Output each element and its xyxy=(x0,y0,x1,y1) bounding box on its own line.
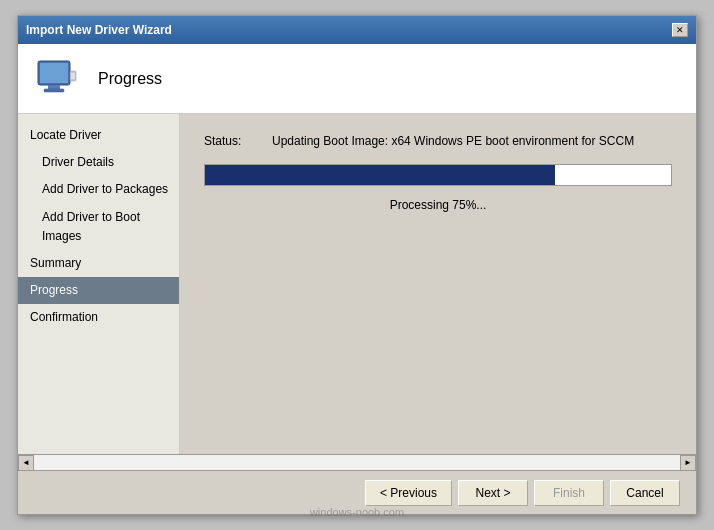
window-controls: ✕ xyxy=(672,23,688,37)
sidebar-item-confirmation[interactable]: Confirmation xyxy=(18,304,179,331)
window-title: Import New Driver Wizard xyxy=(26,23,172,37)
svg-rect-1 xyxy=(40,63,68,83)
finish-button[interactable]: Finish xyxy=(534,480,604,506)
wizard-footer: < Previous Next > Finish Cancel xyxy=(18,470,696,514)
close-button[interactable]: ✕ xyxy=(672,23,688,37)
main-content: Status: Updating Boot Image: x64 Windows… xyxy=(180,114,696,454)
sidebar-item-progress[interactable]: Progress xyxy=(18,277,179,304)
sidebar-item-driver-details[interactable]: Driver Details xyxy=(18,149,179,176)
progress-bar-container xyxy=(204,164,672,186)
svg-rect-3 xyxy=(44,89,64,92)
sidebar-item-add-boot-images[interactable]: Add Driver to Boot Images xyxy=(18,204,179,250)
cancel-button[interactable]: Cancel xyxy=(610,480,680,506)
status-label: Status: xyxy=(204,134,264,148)
previous-button[interactable]: < Previous xyxy=(365,480,452,506)
wizard-window: Import New Driver Wizard ✕ Progress Loca… xyxy=(17,15,697,515)
progress-bar-fill xyxy=(205,165,555,185)
title-bar: Import New Driver Wizard ✕ xyxy=(18,16,696,44)
status-row: Status: Updating Boot Image: x64 Windows… xyxy=(204,134,672,148)
progress-percent-text: Processing 75%... xyxy=(204,198,672,212)
scrollbar-area: ◄ ► xyxy=(18,454,696,470)
sidebar-item-locate-driver[interactable]: Locate Driver xyxy=(18,122,179,149)
svg-rect-2 xyxy=(48,85,60,89)
sidebar-item-summary[interactable]: Summary xyxy=(18,250,179,277)
next-button[interactable]: Next > xyxy=(458,480,528,506)
scroll-track xyxy=(34,455,680,470)
status-text: Updating Boot Image: x64 Windows PE boot… xyxy=(272,134,634,148)
wizard-icon xyxy=(34,55,82,103)
content-area: Locate Driver Driver Details Add Driver … xyxy=(18,114,696,454)
wizard-header-title: Progress xyxy=(98,70,162,88)
scroll-right-button[interactable]: ► xyxy=(680,455,696,471)
scroll-left-button[interactable]: ◄ xyxy=(18,455,34,471)
sidebar: Locate Driver Driver Details Add Driver … xyxy=(18,114,180,454)
svg-rect-5 xyxy=(71,73,75,79)
sidebar-item-add-packages[interactable]: Add Driver to Packages xyxy=(18,176,179,203)
wizard-header: Progress xyxy=(18,44,696,114)
